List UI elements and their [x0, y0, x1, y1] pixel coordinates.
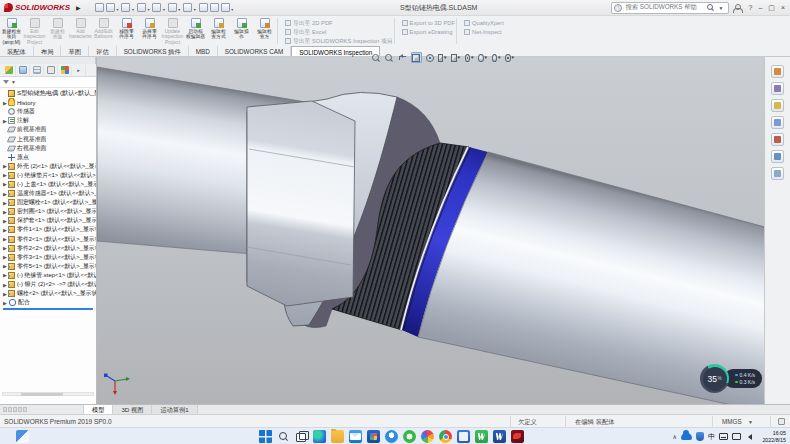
view-orientation-icon[interactable] [438, 52, 449, 63]
help-search-box[interactable]: ⓢ 搜索 SOLIDWORKS 帮助 ▼ [611, 2, 729, 14]
command-tab[interactable]: 草图 [61, 46, 89, 56]
tree-filter[interactable]: ▼ [0, 77, 96, 88]
new-document-icon[interactable] [106, 3, 115, 12]
edit-appearance-icon[interactable] [478, 52, 489, 63]
net-inspect[interactable]: Net-Inspect [464, 28, 504, 36]
solidworks-taskbar-icon[interactable] [511, 430, 524, 443]
dropdown-caret-icon[interactable] [230, 0, 234, 17]
dynamic-annotation-icon[interactable] [424, 52, 435, 63]
panel-tabs-overflow[interactable]: ▸ [72, 65, 86, 76]
keyboard-icon[interactable] [719, 433, 728, 440]
export-3d-pdf[interactable]: Export to 3D PDF [402, 19, 455, 27]
color-wheel-app-icon[interactable] [421, 430, 434, 443]
tree-item[interactable]: ▶ 温度传感器<1> (默认<<默认>_ [0, 189, 96, 198]
section-view-icon[interactable] [411, 52, 422, 63]
tree-horizontal-scrollbar[interactable] [2, 392, 94, 396]
export-excel[interactable]: 导出至 Excel [285, 28, 393, 36]
tree-item[interactable]: ▶ 零件3<1> (默认<<默认>_显示状态 [0, 253, 96, 262]
add-characteristic[interactable]: Add Characteristic [69, 16, 92, 46]
tree-item[interactable]: ▶ 螺栓<2> (默认<<默认>_显示状态 [0, 289, 96, 298]
app-green-icon[interactable] [403, 430, 416, 443]
view-settings-icon[interactable] [505, 52, 516, 63]
new-inspection-revision[interactable]: 新建检 查版 [46, 16, 69, 46]
add-edit-balloons[interactable]: Add/Edit Balloons [92, 16, 115, 46]
wps-icon[interactable] [475, 430, 488, 443]
previous-view-icon[interactable] [397, 52, 408, 63]
tab-feature-manager[interactable] [2, 65, 16, 76]
tab-display-manager[interactable] [58, 65, 72, 76]
command-tab[interactable]: SOLIDWORKS 插件 [117, 46, 189, 56]
tray-expand-icon[interactable]: ∧ [673, 433, 677, 440]
view-palette-icon[interactable] [771, 116, 784, 129]
graphics-viewport[interactable] [97, 57, 764, 404]
start-button[interactable] [259, 430, 272, 443]
file-explorer-icon[interactable] [771, 99, 784, 112]
tab-scroll-buttons[interactable] [0, 405, 84, 414]
task-view-button[interactable] [295, 430, 308, 443]
display-icon[interactable] [732, 433, 741, 440]
restore-button[interactable]: ▢ [768, 4, 775, 12]
design-library-icon[interactable] [771, 82, 784, 95]
command-tab[interactable]: SOLIDWORKS CAM [218, 46, 291, 56]
photos-icon[interactable] [367, 430, 380, 443]
widgets-button[interactable] [16, 430, 29, 443]
export-sw-inspection[interactable]: 导出至 SOLIDWORKS Inspection 项目 [285, 37, 393, 45]
hex-nut[interactable] [247, 101, 355, 306]
command-tab[interactable]: SOLIDWORKS Inspection [291, 46, 380, 56]
file-explorer-icon[interactable] [331, 430, 344, 443]
file-properties-icon[interactable] [210, 3, 219, 12]
solidworks-resources-icon[interactable] [771, 65, 784, 78]
edge-icon[interactable] [313, 430, 326, 443]
tree-item[interactable]: ▶ 零件1<1> (默认<<默认>_显示状态 [0, 225, 96, 234]
tree-item[interactable]: ▶ (-) 上盖<1> (默认<<默认>_显示状 [0, 180, 96, 189]
save-icon[interactable] [137, 3, 146, 12]
tree-item[interactable]: ▶ 零件2<2> (默认<<默认>_显示状态 [0, 244, 96, 253]
model-tab[interactable]: 运动算例1 [152, 405, 197, 414]
mail-icon[interactable] [349, 430, 362, 443]
help-button[interactable]: ? [748, 4, 752, 11]
model-tab[interactable]: 模型 [84, 405, 113, 414]
chrome-icon[interactable] [439, 430, 452, 443]
tree-item[interactable]: ▶ 前视基准面 [0, 125, 96, 134]
qualityxpert[interactable]: QualityXpert [464, 19, 504, 27]
apply-scene-icon[interactable] [492, 52, 503, 63]
zoom-fit-icon[interactable] [370, 52, 381, 63]
onedrive-icon[interactable] [681, 433, 692, 440]
select-icon[interactable] [183, 3, 192, 12]
tab-configuration-manager[interactable] [30, 65, 44, 76]
expand-arrow-icon[interactable]: ▶ [3, 300, 8, 306]
tree-item[interactable]: ▶ 零件2<1> (默认<<默认>_显示状态 [0, 235, 96, 244]
appearances-scenes-icon[interactable] [771, 133, 784, 146]
dropdown-caret-icon[interactable] [146, 0, 150, 17]
browser-icon[interactable] [385, 430, 398, 443]
dropdown-caret-icon[interactable] [192, 0, 196, 17]
tree-item[interactable]: ▶ 上视基准面 [0, 134, 96, 143]
edit-inspection-methods[interactable]: 编辑检 查方式 [207, 16, 230, 46]
tree-root[interactable]: ▶ S型铂铑热电偶 (默认<默认_显示状态-1 [0, 89, 96, 98]
launch-template-editor[interactable]: 启动模 板编辑器 [184, 16, 207, 46]
dropdown-caret-icon[interactable] [161, 0, 165, 17]
edit-operations[interactable]: 编辑操 作 [230, 16, 253, 46]
tab-dimxpert-manager[interactable] [44, 65, 58, 76]
search-caret-icon[interactable]: ▼ [719, 5, 724, 11]
menu-expand-arrow[interactable]: ▶ [76, 4, 81, 11]
search-button[interactable] [277, 430, 290, 443]
security-shield-icon[interactable] [696, 432, 704, 441]
ime-indicator[interactable]: 中 [708, 432, 715, 442]
update-inspection-project[interactable]: Update Inspection Project [161, 16, 184, 46]
tree-item[interactable]: ▶ 外壳 (2)<1> (默认<<默认>_显示状 [0, 162, 96, 171]
print-icon[interactable] [152, 3, 161, 12]
command-tab[interactable]: 评估 [89, 46, 117, 56]
custom-properties-icon[interactable] [771, 150, 784, 163]
tree-item[interactable]: ▶ (-) 铆片 (2)<2> ->? (默认<<默认> [0, 280, 96, 289]
open-icon[interactable] [121, 3, 130, 12]
options-icon[interactable] [221, 3, 230, 12]
command-tab[interactable]: 装配体 [0, 46, 34, 56]
minimize-button[interactable]: – [758, 4, 762, 11]
search-icon[interactable] [707, 4, 714, 11]
tree-item[interactable]: ▶ History [0, 98, 96, 107]
tree-item[interactable]: ▶ 传感器 [0, 107, 96, 116]
edit-inspection[interactable]: 编辑检 查方 [253, 16, 276, 46]
dropdown-caret-icon[interactable] [130, 0, 134, 17]
units-selector[interactable]: MMGS [722, 418, 742, 425]
